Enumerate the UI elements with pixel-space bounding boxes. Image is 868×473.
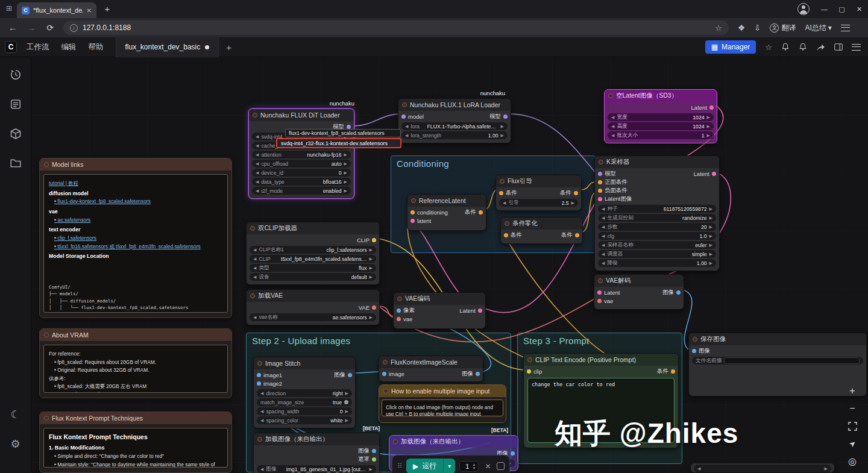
decrement-arrow-icon[interactable]: ◀ (260, 418, 263, 423)
output-dot[interactable] (671, 369, 675, 374)
new-workflow-button[interactable]: + (219, 42, 239, 52)
note-title-bar[interactable]: Flux Kontext Prompt Techniques (40, 412, 231, 424)
close-button[interactable]: ✕ (851, 0, 868, 18)
toggle-visibility-icon[interactable]: ◎ (846, 455, 858, 467)
decrement-arrow-icon[interactable]: ◀ (602, 207, 605, 211)
output-slot[interactable]: Latent (691, 104, 714, 111)
input-dot[interactable] (401, 114, 406, 119)
filename-prefix-row[interactable]: 文件名前缀 (692, 357, 863, 365)
output-slot[interactable]: 模型 (489, 113, 508, 121)
collapse-dot[interactable] (257, 437, 262, 442)
increment-arrow-icon[interactable]: ▶ (345, 418, 348, 423)
step-down-icon[interactable]: ▼ (472, 466, 476, 470)
output-dot[interactable] (372, 449, 376, 453)
drag-handle-icon[interactable]: ⠿ (397, 462, 402, 470)
workflow-history-icon[interactable] (7, 66, 25, 84)
output-dot[interactable] (347, 125, 351, 129)
decrement-arrow-icon[interactable]: ◀ (602, 261, 605, 266)
output-dot[interactable] (372, 457, 376, 462)
input-dot[interactable] (527, 369, 531, 374)
widget-row[interactable]: ◀ spacing_color white ▶ (257, 416, 352, 424)
decrement-arrow-icon[interactable]: ◀ (503, 201, 506, 205)
input-slot[interactable]: 负面条件 (598, 187, 632, 195)
note-line[interactable]: vae (49, 208, 222, 215)
input-slot[interactable]: Latent图像 (598, 195, 632, 203)
decrement-arrow-icon[interactable]: ◀ (256, 152, 259, 157)
input-dot[interactable] (597, 290, 602, 295)
output-slot[interactable]: 条件 (560, 189, 578, 197)
input-slot[interactable]: conditioning (410, 208, 448, 216)
comfyui-logo[interactable]: C (5, 41, 17, 53)
increment-arrow-icon[interactable]: ▶ (345, 391, 348, 396)
increment-arrow-icon[interactable]: ▶ (370, 257, 373, 262)
node-nunchaku-flux-dit-loader[interactable]: Nunchaku FLUX DiT Loader 模型 ◀ svdq-int4_… (248, 108, 354, 199)
input-dot[interactable] (499, 191, 503, 195)
node-dual-clip-loader[interactable]: 双CLIP加载器 CLIP ◀ CLIP名称1 clip_l.safetenso… (246, 222, 380, 285)
increment-arrow-icon[interactable]: ▶ (370, 266, 373, 271)
widget-row[interactable]: ◀ 宽度 1024 ▶ (608, 113, 714, 121)
output-slot[interactable]: 条件 (465, 208, 483, 216)
forward-icon[interactable]: → (26, 23, 37, 33)
decrement-arrow-icon[interactable]: ◀ (602, 243, 605, 248)
decrement-arrow-icon[interactable]: ◀ (602, 216, 605, 221)
increment-arrow-icon[interactable]: ▶ (344, 161, 347, 166)
group-title[interactable]: Step 2 - Upload images (247, 333, 511, 348)
increment-arrow-icon[interactable]: ▶ (709, 243, 712, 248)
profile-avatar[interactable] (797, 3, 810, 15)
note-about-vram[interactable]: About VRAM For reference:fp8_scaled: Req… (39, 328, 232, 398)
input-slot[interactable]: 像素 (397, 307, 415, 315)
node-flux-guidance[interactable]: Flux引导 条件 条件 ◀ 引导 2.5 ▶ (495, 175, 582, 211)
node-ksampler[interactable]: K采样器 模型 正面条件 负面条件 Latent图像 Latent ◀ 种子 6… (594, 155, 720, 271)
widget-row[interactable]: ◀ 批次大小 1 ▶ (608, 131, 714, 139)
output-dot[interactable] (348, 373, 352, 377)
share-icon[interactable] (816, 43, 825, 51)
output-dot[interactable] (676, 290, 681, 295)
stop-icon[interactable] (497, 462, 505, 470)
node-title-bar[interactable]: 加载图像（来自输出） (254, 433, 379, 445)
increment-arrow-icon[interactable]: ▶ (709, 252, 712, 257)
node-save-image[interactable]: 保存图像 图像 文件名前缀 (688, 333, 867, 396)
refresh-icon[interactable]: ⟳ (45, 23, 55, 33)
node-title-bar[interactable]: 加载图像（来自输出） (389, 436, 518, 448)
output-dot[interactable] (476, 372, 480, 376)
node-empty-latent-sd3[interactable]: 空Latent图像（SD3） Latent ◀ 宽度 1024 ▶ ◀ 高度 1… (604, 89, 717, 143)
output-slot[interactable]: 图像 (662, 289, 681, 296)
collapse-dot[interactable] (383, 360, 388, 365)
decrement-arrow-icon[interactable]: ◀ (256, 189, 259, 193)
widget-row[interactable]: ◀ vae名称 ae.safetensors ▶ (250, 313, 376, 321)
workflow-tab[interactable]: flux_kontext_dev_basic (116, 37, 219, 57)
decrement-arrow-icon[interactable]: ◀ (256, 171, 259, 175)
note-line[interactable]: text encoder (49, 227, 222, 233)
minimize-button[interactable]: — (816, 0, 833, 18)
increment-arrow-icon[interactable]: ▶ (344, 152, 347, 157)
node-title-bar[interactable]: Image Stitch (254, 357, 355, 369)
decrement-arrow-icon[interactable]: ◀ (253, 266, 256, 271)
widget-row[interactable]: ◀ 降噪 1.00 ▶ (598, 259, 716, 267)
node-flux-kontext-image-scale[interactable]: FluxKontextImageScale image 图像 (379, 356, 483, 382)
widget-row[interactable]: ◀ direction right ▶ (257, 389, 352, 397)
output-dot[interactable] (511, 451, 515, 456)
decrement-arrow-icon[interactable]: ◀ (697, 466, 700, 471)
collapse-dot[interactable] (397, 296, 402, 301)
input-slot[interactable]: 条件 (499, 189, 517, 197)
collapse-dot[interactable] (250, 226, 255, 231)
bookmark-star-icon[interactable]: ☆ (715, 23, 722, 33)
input-dot[interactable] (504, 233, 508, 237)
input-dot[interactable] (257, 373, 261, 377)
widget-row[interactable]: ◀ cfg 1.0 ▶ (598, 232, 716, 240)
widget-row[interactable]: ◀ device_id 0 ▶ (252, 169, 351, 177)
input-slot[interactable]: Latent (597, 289, 620, 296)
node-title-bar[interactable]: VAE编码 (394, 293, 485, 305)
input-dot[interactable] (597, 299, 602, 303)
decrement-arrow-icon[interactable]: ◀ (611, 133, 614, 138)
node-title-bar[interactable]: ReferenceLatent (407, 195, 486, 207)
collapse-dot[interactable] (599, 160, 603, 164)
widget-row[interactable]: ◀ cpu_offload auto ▶ (252, 160, 351, 168)
input-dot[interactable] (598, 172, 602, 176)
input-dot[interactable] (598, 189, 602, 193)
new-tab-button[interactable]: + (101, 4, 113, 14)
decrement-arrow-icon[interactable]: ◀ (602, 225, 605, 230)
zoom-in-icon[interactable]: + (846, 385, 858, 397)
note-title-bar[interactable]: About VRAM (40, 329, 231, 341)
node-title-bar[interactable]: Nunchaku FLUX.1 LoRA Loader (398, 99, 511, 111)
